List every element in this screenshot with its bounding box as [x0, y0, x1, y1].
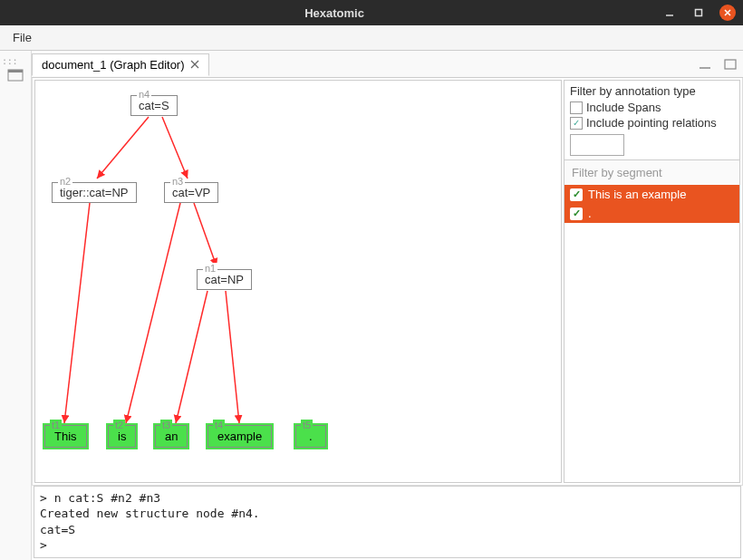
include-spans-checkbox[interactable]: Include Spans	[570, 100, 734, 115]
segment-item[interactable]: ✓ This is an example	[564, 185, 739, 204]
minimize-icon[interactable]	[661, 5, 678, 21]
checkbox-label: Include pointing relations	[586, 116, 717, 130]
close-icon[interactable]	[719, 5, 736, 21]
filter-input[interactable]	[570, 134, 624, 156]
segment-label: .	[588, 207, 592, 220]
segment-label: This is an example	[588, 188, 686, 201]
token-id: t3	[160, 420, 172, 430]
svg-line-10	[97, 117, 149, 179]
token-t2[interactable]: t2is	[106, 423, 138, 449]
editor-body: n4 cat=S n2 tiger::cat=NP n3 cat=VP n1 c…	[32, 78, 743, 486]
menu-file[interactable]: File	[5, 27, 39, 48]
check-icon: ✓	[570, 208, 583, 220]
svg-rect-9	[725, 60, 736, 69]
drag-handle[interactable]: • • •• • •	[0, 58, 31, 65]
svg-rect-5	[8, 70, 23, 72]
window-controls	[661, 5, 736, 21]
tab-bar: document_1 (Graph Editor)	[32, 51, 743, 78]
svg-line-12	[64, 203, 90, 423]
svg-line-14	[194, 203, 217, 266]
left-gutter: • • •• • •	[0, 51, 32, 560]
restore-view-icon[interactable]	[7, 69, 24, 82]
svg-line-16	[226, 291, 239, 423]
filter-annotation-section: Filter by annotation type Include Spans …	[564, 81, 739, 159]
token-label: an	[165, 430, 178, 443]
segment-item[interactable]: ✓ .	[564, 204, 739, 223]
node-n2[interactable]: n2 tiger::cat=NP	[52, 182, 137, 203]
svg-rect-1	[696, 10, 702, 16]
editor-area: document_1 (Graph Editor)	[32, 51, 743, 560]
tab-close-icon[interactable]	[190, 60, 199, 71]
maximize-view-icon[interactable]	[723, 58, 738, 71]
token-t3[interactable]: t3an	[153, 423, 189, 449]
token-id: t5	[301, 420, 313, 430]
tab-document[interactable]: document_1 (Graph Editor)	[32, 53, 209, 76]
filter-annotation-title: Filter by annotation type	[570, 84, 734, 98]
titlebar: Hexatomic	[0, 0, 743, 25]
node-n3[interactable]: n3 cat=VP	[164, 182, 218, 203]
token-id: t1	[50, 420, 62, 430]
node-label: cat=VP	[172, 186, 210, 199]
node-n1[interactable]: n1 cat=NP	[197, 269, 252, 290]
node-id: n4	[137, 89, 151, 100]
node-label: cat=NP	[205, 273, 244, 286]
checkbox-icon: ✓	[570, 117, 583, 130]
token-label: .	[309, 430, 313, 443]
menubar: File	[0, 25, 743, 51]
window-title: Hexatomic	[7, 6, 661, 20]
segment-list: ✓ This is an example ✓ .	[564, 185, 739, 482]
node-id: n1	[203, 263, 217, 274]
token-label: is	[118, 430, 126, 443]
console[interactable]: > n cat:S #n2 #n3 Created new structure …	[34, 486, 741, 558]
tab-label: document_1 (Graph Editor)	[42, 58, 185, 72]
check-icon: ✓	[570, 188, 583, 201]
include-pointing-checkbox[interactable]: ✓ Include pointing relations	[570, 115, 734, 130]
checkbox-label: Include Spans	[586, 101, 661, 114]
graph-canvas[interactable]: n4 cat=S n2 tiger::cat=NP n3 cat=VP n1 c…	[34, 80, 562, 483]
svg-line-11	[162, 117, 188, 179]
token-id: t2	[113, 420, 125, 430]
side-panel: Filter by annotation type Include Spans …	[564, 80, 740, 483]
token-t4[interactable]: t4example	[206, 423, 274, 449]
token-label: This	[54, 430, 77, 443]
node-n4[interactable]: n4 cat=S	[130, 95, 178, 116]
token-t5[interactable]: t5.	[294, 423, 328, 449]
token-id: t4	[213, 420, 225, 430]
checkbox-icon	[570, 101, 583, 114]
minimize-view-icon[interactable]	[698, 58, 712, 71]
workspace: • • •• • • document_1 (Graph Editor)	[0, 51, 743, 560]
token-label: example	[217, 430, 262, 443]
token-t1[interactable]: t1This	[43, 423, 89, 449]
maximize-icon[interactable]	[690, 5, 707, 21]
node-label: tiger::cat=NP	[60, 186, 129, 199]
node-label: cat=S	[139, 99, 169, 112]
node-id: n3	[170, 176, 185, 187]
node-id: n2	[58, 176, 72, 187]
filter-segment-title: Filter by segment	[564, 159, 739, 185]
svg-line-13	[126, 203, 180, 423]
svg-line-15	[176, 291, 207, 423]
